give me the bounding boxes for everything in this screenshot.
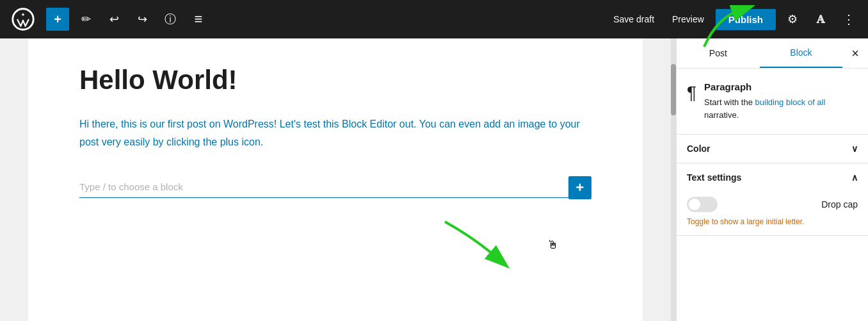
gear-icon: ⚙ <box>787 12 798 26</box>
settings-button[interactable]: ⚙ <box>781 8 804 31</box>
color-section-label: Color <box>687 144 711 154</box>
plus-icon: + <box>576 179 584 196</box>
publish-button[interactable]: Publish <box>716 9 776 30</box>
post-body[interactable]: Hi there, this is our first post on Word… <box>79 115 591 150</box>
paragraph-icon: ¶ <box>687 83 696 103</box>
block-description: Start with the building block of all nar… <box>704 96 858 121</box>
text-settings-section: Text settings ∧ Drop cap Toggle to show … <box>677 163 868 236</box>
pencil-icon: ✏ <box>81 12 91 26</box>
block-name: Paragraph <box>704 81 858 92</box>
block-info-text: Paragraph Start with the building block … <box>704 81 858 121</box>
sidebar: Post Block × ¶ Paragraph Start with the … <box>676 38 868 321</box>
color-section-header[interactable]: Color ∨ <box>677 135 868 163</box>
scrollbar-thumb[interactable] <box>671 64 676 115</box>
editor-content[interactable]: Hello World! Hi there, this is our first… <box>28 38 643 321</box>
svg-point-1 <box>22 13 24 16</box>
wp-logo <box>8 0 38 38</box>
add-block-inline-button[interactable]: + <box>568 176 591 199</box>
drop-cap-row: Drop cap <box>677 192 868 215</box>
toolbar-right: Save draft Preview Publish ⚙ 𝔸 ⋮ <box>607 8 860 31</box>
add-block-toolbar-button[interactable]: + <box>46 8 69 31</box>
tab-block[interactable]: Block <box>760 38 843 68</box>
editor-wrapper: Hello World! Hi there, this is our first… <box>0 38 676 321</box>
list-icon: ≡ <box>195 12 203 26</box>
post-title[interactable]: Hello World! <box>79 64 591 96</box>
save-draft-button[interactable]: Save draft <box>607 10 661 28</box>
text-settings-label: Text settings <box>687 172 741 183</box>
sidebar-content: ¶ Paragraph Start with the building bloc… <box>677 69 868 321</box>
astra-button[interactable]: 𝔸 <box>809 8 832 31</box>
text-settings-header[interactable]: Text settings ∧ <box>677 163 868 192</box>
undo-icon: ↩ <box>109 12 119 26</box>
block-placeholder[interactable]: Type / to choose a block + <box>79 176 591 198</box>
info-button[interactable]: ⓘ <box>159 8 182 31</box>
tab-post[interactable]: Post <box>677 38 760 68</box>
redo-button[interactable]: ↪ <box>131 8 154 31</box>
chevron-down-icon: ∨ <box>851 144 858 154</box>
pencil-button[interactable]: ✏ <box>74 8 97 31</box>
drop-cap-label: Drop cap <box>821 199 858 210</box>
preview-button[interactable]: Preview <box>666 10 711 28</box>
redo-icon: ↪ <box>138 12 147 26</box>
scrollbar-track[interactable] <box>671 38 676 321</box>
more-options-button[interactable]: ⋮ <box>837 8 860 31</box>
plus-icon: + <box>54 12 61 27</box>
block-description-link[interactable]: building block of all <box>755 97 826 107</box>
undo-button[interactable]: ↩ <box>102 8 125 31</box>
block-placeholder-text: Type / to choose a block <box>79 181 183 192</box>
color-section: Color ∨ <box>677 135 868 163</box>
editor-area: Hello World! Hi there, this is our first… <box>0 38 671 321</box>
list-view-button[interactable]: ≡ <box>187 8 210 31</box>
toolbar: + ✏ ↩ ↪ ⓘ ≡ Save draft Preview Publish ⚙… <box>0 0 868 38</box>
main-layout: Hello World! Hi there, this is our first… <box>0 38 868 321</box>
svg-point-0 <box>13 9 33 29</box>
sidebar-tabs: Post Block × <box>677 38 868 69</box>
more-dots-icon: ⋮ <box>842 12 855 27</box>
block-info: ¶ Paragraph Start with the building bloc… <box>677 69 868 135</box>
astra-icon: 𝔸 <box>817 13 824 26</box>
close-sidebar-button[interactable]: × <box>842 38 868 68</box>
drop-cap-toggle[interactable] <box>687 197 718 212</box>
drop-cap-hint: Toggle to show a large initial letter. <box>677 215 868 235</box>
info-icon: ⓘ <box>165 12 176 27</box>
chevron-up-icon: ∧ <box>851 172 858 183</box>
